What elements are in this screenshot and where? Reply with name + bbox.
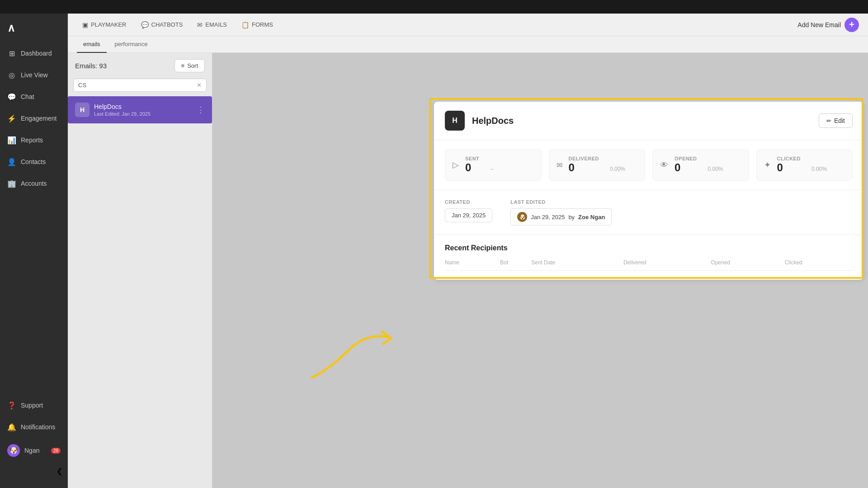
chatbots-icon: 💬 xyxy=(141,21,149,28)
sent-label: SENT xyxy=(465,156,479,161)
add-email-plus-icon: + xyxy=(844,18,859,32)
collapse-button[interactable]: ❮ xyxy=(0,463,68,479)
opened-label: OPENED xyxy=(675,156,697,161)
sent-value: 0 xyxy=(465,161,479,174)
sidebar-item-engagement[interactable]: ⚡ Engagement xyxy=(0,108,68,129)
opened-icon: 👁 xyxy=(660,160,668,170)
card-logo: H xyxy=(445,111,465,131)
clicked-pct: 0.00% xyxy=(811,166,827,174)
content-area: Emails: 93 ≡ Sort CS ✕ H HelpDocs Last E… xyxy=(68,53,868,488)
sidebar-item-label: Live View xyxy=(21,71,48,79)
last-edited-meta: LAST EDITED 🐶 Jan 29, 2025 by Zoe Ngan xyxy=(510,199,612,225)
chat-icon: 💬 xyxy=(7,92,16,101)
add-email-button[interactable]: Add New Email + xyxy=(797,18,859,32)
tab-emails[interactable]: emails xyxy=(77,36,107,53)
sidebar-item-chat[interactable]: 💬 Chat xyxy=(0,86,68,108)
nav-item-label: PLAYMAKER xyxy=(91,21,127,28)
support-icon: ❓ xyxy=(7,401,16,410)
accounts-icon: 🏢 xyxy=(7,179,16,188)
recipients-title: Recent Recipients xyxy=(445,244,853,252)
sort-label: Sort xyxy=(187,62,198,69)
sidebar-item-label: Chat xyxy=(21,93,34,100)
clicked-icon: ✦ xyxy=(764,160,771,170)
created-meta: CREATED Jan 29, 2025 xyxy=(445,199,492,225)
delivered-info: DELIVERED 0 xyxy=(569,156,599,174)
email-count: Emails: 93 xyxy=(75,62,107,70)
live-view-icon: ◎ xyxy=(7,70,16,80)
reports-icon: 📊 xyxy=(7,136,16,145)
clicked-label: CLICKED xyxy=(777,156,801,161)
user-avatar: 🐶 xyxy=(7,444,20,457)
nav-item-playmaker[interactable]: ▣ PLAYMAKER xyxy=(77,19,132,31)
stat-card-sent: ▷ SENT 0 – xyxy=(445,149,542,181)
main-content: ▣ PLAYMAKER 💬 CHATBOTS ✉ EMAILS 📋 FORMS … xyxy=(68,0,868,488)
edit-button[interactable]: ✏ Edit xyxy=(819,113,853,128)
clicked-value: 0 xyxy=(777,161,801,174)
sent-icon: ▷ xyxy=(453,160,459,170)
edit-icon: ✏ xyxy=(826,117,831,124)
sidebar-item-contacts[interactable]: 👤 Contacts xyxy=(0,151,68,173)
sidebar-item-reports[interactable]: 📊 Reports xyxy=(0,129,68,151)
sidebar-item-label: Notifications xyxy=(21,423,55,431)
email-detail-card: H HelpDocs ✏ Edit ▷ SENT 0 xyxy=(434,102,863,280)
email-item-info: HelpDocs Last Edited: Jan 29, 2025 xyxy=(94,103,192,117)
sidebar-item-user[interactable]: 🐶 Ngan 28 xyxy=(0,438,68,463)
add-email-label: Add New Email xyxy=(797,21,841,28)
card-header: H HelpDocs ✏ Edit xyxy=(434,102,863,140)
sent-pct: – xyxy=(490,166,493,174)
by-label: by xyxy=(568,214,575,221)
last-edited-label: LAST EDITED xyxy=(510,199,612,205)
playmaker-icon: ▣ xyxy=(82,21,88,28)
col-bot: Bot xyxy=(500,259,531,271)
nav-item-chatbots[interactable]: 💬 CHATBOTS xyxy=(136,19,189,31)
sidebar-item-label: Accounts xyxy=(21,180,47,187)
col-clicked: Clicked xyxy=(785,259,853,271)
sidebar-item-support[interactable]: ❓ Support xyxy=(0,394,68,416)
sidebar-item-notifications[interactable]: 🔔 Notifications xyxy=(0,416,68,438)
email-item-name: HelpDocs xyxy=(94,103,192,110)
sidebar-item-label: Dashboard xyxy=(21,50,52,57)
sidebar-item-label: Contacts xyxy=(21,158,46,165)
sort-icon: ≡ xyxy=(181,62,185,69)
col-sent-date: Sent Date xyxy=(531,259,623,271)
filter-tag-close[interactable]: ✕ xyxy=(197,82,202,89)
email-list-item[interactable]: H HelpDocs Last Edited: Jan 29, 2025 ⋮ xyxy=(68,96,212,124)
sidebar-logo: ∧ xyxy=(0,14,68,42)
delivered-value: 0 xyxy=(569,161,599,174)
filter-tag: CS ✕ xyxy=(73,79,207,92)
nav-item-label: EMAILS xyxy=(205,21,227,28)
stats-row: ▷ SENT 0 – ✉ DELIVERED 0 0.00% xyxy=(434,140,863,190)
stat-card-delivered: ✉ DELIVERED 0 0.00% xyxy=(549,149,646,181)
sidebar-item-accounts[interactable]: 🏢 Accounts xyxy=(0,173,68,194)
col-delivered: Delivered xyxy=(623,259,711,271)
sidebar-item-label: Support xyxy=(21,402,43,409)
engagement-icon: ⚡ xyxy=(7,114,16,123)
sidebar-item-live-view[interactable]: ◎ Live View xyxy=(0,64,68,86)
nav-item-emails[interactable]: ✉ EMAILS xyxy=(192,19,232,31)
table-header-row: Name Bot Sent Date Delivered Opened Clic… xyxy=(445,259,853,271)
forms-icon: 📋 xyxy=(241,21,249,28)
last-edited-value: 🐶 Jan 29, 2025 by Zoe Ngan xyxy=(510,208,612,225)
editor-name: Zoe Ngan xyxy=(578,214,605,221)
sent-info: SENT 0 xyxy=(465,156,479,174)
sort-button[interactable]: ≡ Sort xyxy=(175,59,205,72)
logo-icon: ∧ xyxy=(7,22,15,34)
email-item-avatar: H xyxy=(75,103,90,117)
card-title: HelpDocs xyxy=(472,116,514,126)
meta-row: CREATED Jan 29, 2025 LAST EDITED 🐶 Jan 2… xyxy=(434,190,863,235)
recipients-section: Recent Recipients Name Bot Sent Date Del… xyxy=(434,235,863,280)
collapse-icon: ❮ xyxy=(57,467,62,475)
nav-item-label: FORMS xyxy=(252,21,273,28)
email-list-panel: Emails: 93 ≡ Sort CS ✕ H HelpDocs Last E… xyxy=(68,53,212,488)
dashboard-icon: ⊞ xyxy=(7,49,16,58)
top-nav: ▣ PLAYMAKER 💬 CHATBOTS ✉ EMAILS 📋 FORMS … xyxy=(68,14,868,36)
contacts-icon: 👤 xyxy=(7,157,16,166)
opened-value: 0 xyxy=(675,161,697,174)
tab-performance[interactable]: performance xyxy=(108,36,154,53)
sidebar-item-dashboard[interactable]: ⊞ Dashboard xyxy=(0,42,68,64)
delivered-label: DELIVERED xyxy=(569,156,599,161)
email-item-more-button[interactable]: ⋮ xyxy=(197,105,205,115)
delivered-icon: ✉ xyxy=(557,161,562,169)
nav-item-forms[interactable]: 📋 FORMS xyxy=(236,19,278,31)
notification-badge: 28 xyxy=(51,448,61,454)
